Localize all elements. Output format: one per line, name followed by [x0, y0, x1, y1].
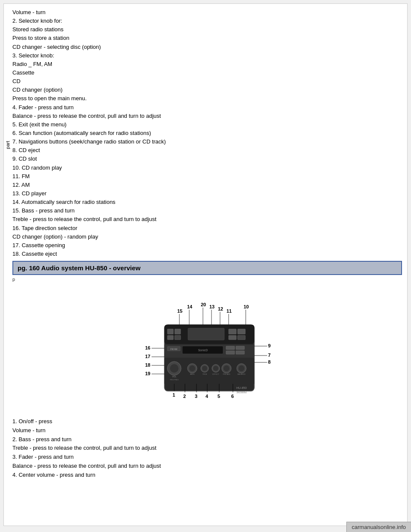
top-text-line-14: 6. Scan function (automatically search f…: [12, 129, 402, 137]
top-text-line-8: CD: [12, 77, 402, 86]
top-text-line-7: Cassette: [12, 69, 402, 77]
top-text-line-23: 15. Bass - press and turn: [12, 206, 402, 215]
svg-text:19: 19: [145, 371, 150, 376]
svg-text:TREB: TREB: [203, 373, 207, 375]
top-text-line-15: 7. Navigations buttons (seek/change radi…: [12, 137, 402, 146]
svg-text:10: 10: [244, 304, 249, 309]
svg-rect-17: [236, 346, 244, 350]
svg-text:BALANCE: BALANCE: [238, 373, 246, 375]
top-text-line-4: CD changer - selecting disc (option): [12, 43, 402, 51]
svg-text:11: 11: [226, 308, 232, 314]
top-text-line-3: Press to store a station: [12, 34, 402, 42]
svg-text:VOL: VOL: [172, 375, 176, 378]
svg-rect-2: [188, 328, 224, 340]
svg-text:4: 4: [206, 394, 208, 399]
svg-text:SonicD: SonicD: [198, 349, 208, 352]
svg-text:3: 3: [195, 394, 197, 399]
site-footer: carmanualsonline.info: [346, 522, 411, 532]
footer-text-line-1: Volume - turn: [12, 426, 402, 435]
top-text-line-6: Radio _ FM, AM: [12, 60, 402, 69]
top-text-line-27: 17. Cassette opening: [12, 241, 402, 250]
top-text-line-20: 12. AM: [12, 181, 402, 189]
svg-point-22: [170, 364, 179, 373]
svg-text:PRS PREV: PRS PREV: [170, 379, 179, 381]
svg-rect-19: [236, 351, 244, 354]
svg-text:9: 9: [268, 343, 271, 348]
svg-rect-3: [229, 329, 236, 334]
top-text-line-19: 11. FM: [12, 172, 402, 181]
footer-text-line-2: 2. Bass - press and turn: [12, 435, 402, 444]
svg-text:6: 6: [231, 394, 234, 399]
svg-text:17: 17: [145, 354, 150, 359]
page-banner: pg. 160 Audio system HU-850 - overview: [12, 261, 402, 275]
svg-point-35: [223, 365, 229, 371]
top-text-line-1: 2. Selector knob for:: [12, 17, 402, 25]
sidebar-label: part: [5, 141, 10, 149]
footer-text-line-6: 4. Center volume - press and turn: [12, 471, 402, 480]
svg-text:BASS: BASS: [190, 373, 195, 375]
top-text-line-12: Balance - press to release the control, …: [12, 112, 402, 120]
top-text-line-2: Stored radio stations: [12, 25, 402, 34]
top-text-line-10: Press to open the main menu.: [12, 94, 402, 103]
svg-text:18: 18: [145, 362, 150, 368]
svg-point-38: [238, 365, 244, 371]
svg-text:16: 16: [145, 345, 150, 350]
svg-text:14: 14: [187, 304, 193, 309]
svg-text:HU-850: HU-850: [236, 386, 247, 389]
svg-rect-6: [238, 335, 245, 340]
svg-text:20: 20: [201, 302, 206, 307]
svg-point-32: [213, 366, 218, 371]
svg-text:2: 2: [183, 394, 186, 399]
svg-rect-10: [175, 335, 181, 340]
footer-text-block: 1. On/off - press Volume - turn 2. Bass …: [12, 417, 402, 480]
svg-text:PRE ABS: PRE ABS: [223, 373, 230, 375]
svg-rect-8: [175, 329, 181, 334]
svg-text:1: 1: [173, 392, 175, 398]
footer-text-line-3: Treble - press to release the control, p…: [12, 444, 402, 453]
top-text-line-22: 14. Automatically search for radio stati…: [12, 198, 402, 206]
footer-text-line-5: Balance - press to release the control, …: [12, 462, 402, 471]
top-text-line-17: 9. CD slot: [12, 155, 402, 163]
top-text-line-26: CD changer (option) - random play: [12, 233, 402, 241]
svg-text:13: 13: [209, 304, 214, 309]
svg-text:12: 12: [218, 306, 223, 311]
svg-text:5: 5: [217, 394, 220, 399]
top-text-line-13: 5. Exit (exit the menu): [12, 120, 402, 129]
svg-text:EFFECT: EFFECT: [212, 373, 219, 375]
svg-rect-9: [167, 335, 173, 340]
top-text-line-18: 10. CD random play: [12, 164, 402, 172]
diagram-section: FM AM SonicD VOL PRS PREV: [12, 286, 402, 410]
page-small-top: p: [12, 277, 402, 282]
top-text-line-25: 16. Tape direction selector: [12, 224, 402, 233]
svg-text:7: 7: [268, 353, 271, 358]
svg-text:39G5006d: 39G5006d: [236, 391, 247, 394]
top-text-line-28: 18. Cassette eject: [12, 250, 402, 258]
svg-text:FM AM: FM AM: [170, 348, 177, 350]
svg-text:8: 8: [268, 359, 271, 365]
svg-point-26: [189, 365, 195, 371]
top-text-block: Volume - turn 2. Selector knob for: Stor…: [12, 8, 402, 258]
svg-point-29: [202, 366, 207, 371]
svg-rect-4: [238, 329, 245, 334]
top-text-line-9: CD changer (option): [12, 86, 402, 94]
svg-rect-7: [167, 329, 173, 334]
svg-rect-16: [226, 346, 235, 350]
top-text-line-0: Volume - turn: [12, 8, 402, 17]
svg-text:15: 15: [177, 308, 182, 314]
top-text-line-24: Treble - press to release the control, p…: [12, 215, 402, 224]
top-text-line-11: 4. Fader - press and turn: [12, 103, 402, 112]
footer-text-line-4: 3. Fader - press and turn: [12, 453, 402, 462]
diagram-svg: FM AM SonicD VOL PRS PREV: [113, 286, 301, 410]
svg-rect-5: [229, 335, 236, 340]
svg-rect-18: [226, 351, 235, 354]
top-text-line-16: 8. CD eject: [12, 146, 402, 155]
footer-text-line-0: 1. On/off - press: [12, 417, 402, 426]
top-text-line-5: 3. Selector knob:: [12, 51, 402, 60]
top-text-line-21: 13. CD player: [12, 189, 402, 198]
